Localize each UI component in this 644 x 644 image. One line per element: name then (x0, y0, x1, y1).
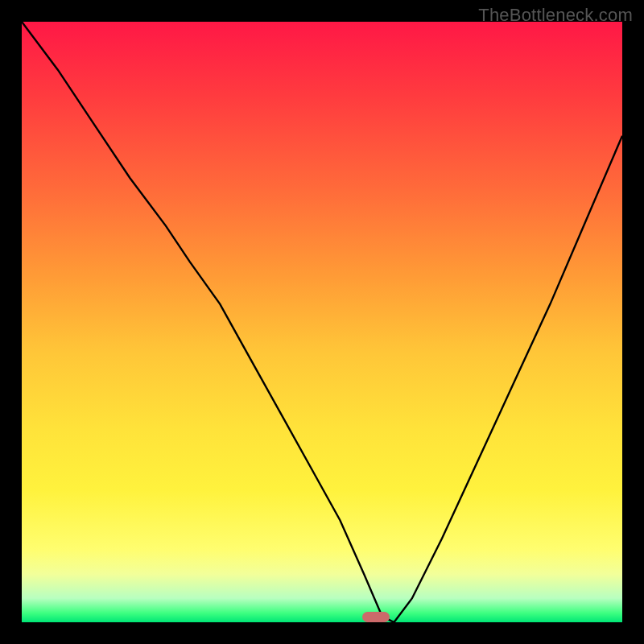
chart-plot-area (22, 22, 622, 622)
bottleneck-curve (22, 22, 622, 622)
optimal-marker (362, 612, 390, 622)
